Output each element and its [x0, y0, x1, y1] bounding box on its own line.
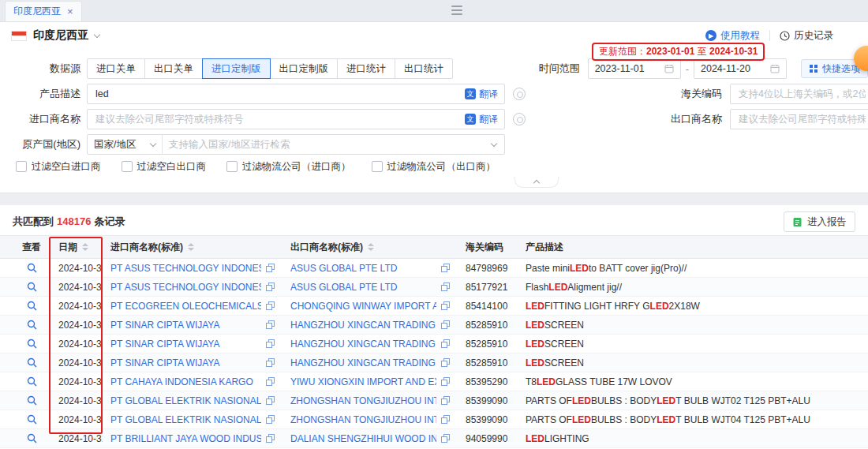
chevron-down-icon[interactable] — [94, 31, 100, 37]
filter-checkbox[interactable]: 过滤空白进口商 — [16, 160, 101, 174]
column-header[interactable]: 进口商名称(标准) — [103, 236, 282, 258]
translate-button[interactable]: 文 翻译 — [465, 113, 498, 126]
filter-checkbox-label: 过滤物流公司（出口商） — [387, 160, 496, 174]
importer-link[interactable]: PT GLOBAL ELEKTRIK NASIONAL — [110, 395, 261, 406]
copy-icon[interactable] — [441, 339, 450, 348]
view-row-button[interactable] — [27, 320, 37, 330]
product-desc-input[interactable] — [94, 88, 465, 100]
keyword-highlight: LED — [572, 395, 591, 406]
copy-icon[interactable] — [266, 282, 275, 291]
enter-report-label: 进入报告 — [807, 215, 847, 229]
chevron-down-icon[interactable] — [491, 140, 497, 146]
importer-link[interactable]: PT GLOBAL ELEKTRIK NASIONAL — [110, 414, 261, 425]
view-row-button[interactable] — [27, 433, 37, 443]
view-row-button[interactable] — [27, 263, 37, 273]
date-from-input[interactable]: 2023-11-01 — [588, 58, 681, 79]
country-selector[interactable]: 印度尼西亚 — [33, 28, 88, 43]
origin-type-select[interactable]: 国家/地区 — [88, 135, 163, 154]
copy-icon[interactable] — [441, 377, 450, 386]
column-header[interactable]: 出口商名称(标准) — [282, 236, 458, 258]
view-row-button[interactable] — [27, 414, 37, 425]
copy-icon[interactable] — [266, 415, 275, 424]
date-to-input[interactable]: 2024-11-20 — [694, 58, 787, 79]
exporter-link[interactable]: ASUS GLOBAL PTE LTD — [290, 263, 436, 274]
exporter-link[interactable]: HANGZHOU XINGCAN TRADING CO LTD — [290, 320, 436, 331]
copy-icon[interactable] — [441, 301, 450, 310]
checkbox-icon[interactable] — [226, 161, 238, 172]
column-header[interactable]: 日期 — [51, 236, 103, 258]
copy-icon[interactable] — [441, 264, 450, 272]
importer-link[interactable]: PT SINAR CIPTA WIJAYA — [110, 339, 261, 350]
view-row-button[interactable] — [27, 357, 37, 368]
copy-icon[interactable] — [266, 377, 275, 386]
filter-checkbox[interactable]: 过滤物流公司（出口商） — [372, 160, 496, 174]
exporter-link[interactable]: CHONGQING WINWAY IMPORT AND E... — [290, 301, 436, 312]
datasource-tab-出口统计[interactable]: 出口统计 — [395, 58, 453, 79]
datasource-tab-进口统计[interactable]: 进口统计 — [337, 58, 395, 79]
tab-close-icon[interactable]: × — [67, 6, 73, 17]
exporter-input[interactable] — [737, 113, 867, 125]
keyword-highlight: LED — [657, 395, 675, 406]
match-count: 148176 — [54, 215, 94, 227]
column-header-label: 出口商名称(标准) — [290, 241, 363, 254]
copy-icon[interactable] — [266, 320, 275, 329]
datasource-tab-出口关单[interactable]: 出口关单 — [144, 58, 203, 79]
exporter-link[interactable]: DALIAN SHENGZHIHUI WOOD INDUST... — [290, 433, 436, 444]
copy-icon[interactable] — [441, 320, 450, 329]
checkbox-icon[interactable] — [122, 161, 133, 172]
checkbox-icon[interactable] — [16, 161, 27, 172]
row-date: 2024-10-31 — [51, 297, 103, 315]
enter-report-button[interactable]: 进入报告 — [784, 211, 855, 232]
importer-input[interactable] — [94, 113, 465, 125]
copy-icon[interactable] — [441, 434, 450, 443]
exporter-link[interactable]: YIWU XIONGXIN IMPORT AND EXPORT... — [290, 376, 436, 387]
copy-icon[interactable] — [441, 282, 450, 291]
view-row-button[interactable] — [27, 282, 37, 292]
tutorial-link[interactable]: ▶ 使用教程 — [705, 29, 760, 43]
exporter-link[interactable]: HANGZHOU XINGCAN TRADING CO LTD — [290, 339, 436, 350]
copy-icon[interactable] — [441, 396, 450, 405]
match-mode-toggle-icon[interactable] — [513, 113, 526, 125]
window-tab-indonesia[interactable]: 印度尼西亚 × — [5, 1, 82, 21]
hs-code-input[interactable] — [737, 88, 867, 100]
view-row-button[interactable] — [27, 376, 37, 387]
datasource-tab-出口定制版[interactable]: 出口定制版 — [270, 58, 339, 79]
importer-link[interactable]: PT ASUS TECHNOLOGY INDONESIA BA... — [110, 282, 261, 293]
filter-checkbox[interactable]: 过滤物流公司（进口商） — [226, 160, 351, 174]
importer-link[interactable]: PT ASUS TECHNOLOGY INDONESIA BA... — [110, 263, 261, 274]
datasource-tab-进口关单[interactable]: 进口关单 — [87, 58, 145, 79]
collapse-form-handle[interactable] — [514, 177, 559, 188]
importer-link[interactable]: PT SINAR CIPTA WIJAYA — [110, 357, 261, 369]
importer-link[interactable]: PT CAHAYA INDONESIA KARGO — [110, 376, 261, 387]
keyword-highlight: LED — [526, 433, 544, 444]
translate-button[interactable]: 文 翻译 — [465, 88, 498, 101]
copy-icon[interactable] — [441, 358, 450, 367]
exporter-link[interactable]: ZHONGSHAN TONGJIUZHOU INTERNA... — [290, 414, 436, 425]
match-mode-toggle-icon[interactable] — [513, 88, 526, 100]
datasource-tabs: 进口关单出口关单进口定制版出口定制版进口统计出口统计 — [87, 58, 453, 79]
importer-link[interactable]: PT SINAR CIPTA WIJAYA — [110, 320, 261, 331]
checkbox-icon[interactable] — [372, 161, 383, 172]
copy-icon[interactable] — [266, 434, 275, 443]
copy-icon[interactable] — [266, 358, 275, 367]
history-link[interactable]: 历史记录 — [780, 29, 833, 43]
copy-icon[interactable] — [441, 415, 450, 424]
view-row-button[interactable] — [27, 339, 37, 349]
copy-icon[interactable] — [266, 396, 275, 405]
view-row-button[interactable] — [27, 395, 37, 406]
copy-icon[interactable] — [266, 301, 275, 310]
tutorial-play-icon: ▶ — [705, 30, 716, 41]
importer-link[interactable]: PT ECOGREEN OLEOCHEMICALS — [110, 301, 261, 312]
copy-icon[interactable] — [266, 264, 275, 272]
importer-link[interactable]: PT BRILLIANT JAYA WOOD INDUSTRY — [110, 433, 261, 444]
exporter-link[interactable]: ASUS GLOBAL PTE LTD — [290, 282, 436, 293]
view-row-button[interactable] — [27, 301, 37, 311]
exporter-link[interactable]: HANGZHOU XINGCAN TRADING CO LTD — [290, 357, 436, 369]
tab-list-menu-icon[interactable] — [451, 6, 462, 15]
grid-icon — [809, 64, 818, 73]
copy-icon[interactable] — [266, 339, 275, 348]
origin-input[interactable] — [163, 139, 492, 150]
exporter-link[interactable]: ZHONGSHAN TONGJIUZHOU INTERNA... — [290, 395, 436, 406]
filter-checkbox[interactable]: 过滤空白出口商 — [122, 160, 207, 174]
datasource-tab-进口定制版[interactable]: 进口定制版 — [202, 58, 271, 79]
